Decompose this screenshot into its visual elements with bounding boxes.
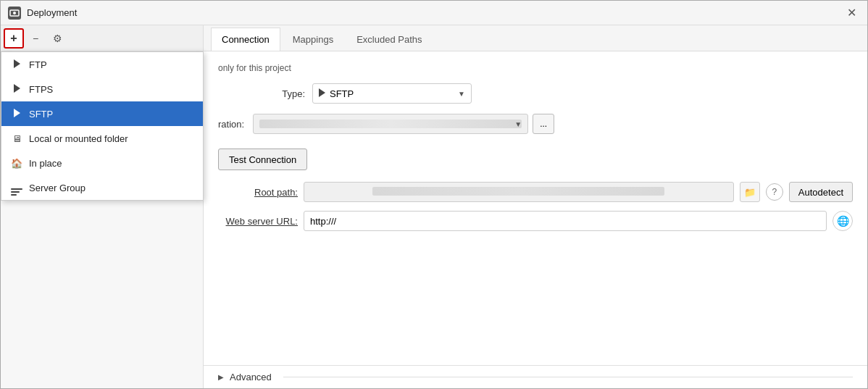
advanced-section[interactable]: ▶ Advanced <box>204 365 867 388</box>
dropdown-item-ftp[interactable]: FTP <box>1 52 203 77</box>
settings-button[interactable]: ⚙ <box>47 28 67 49</box>
dropdown-item-ftps[interactable]: FTPS <box>1 77 203 101</box>
advanced-chevron-icon: ▶ <box>218 373 224 381</box>
test-connection-row: Test Connection <box>218 144 853 182</box>
server-group-icon <box>10 180 23 196</box>
sidebar-toolbar: + − ⚙ <box>1 25 203 51</box>
inplace-icon: 🏠 <box>10 158 23 169</box>
config-dropdown[interactable]: ▼ <box>253 114 528 134</box>
tabs-bar: Connection Mappings Excluded Paths <box>204 25 867 51</box>
help-button[interactable]: ? <box>766 183 783 201</box>
type-value: SFTP <box>330 88 454 99</box>
deployment-icon <box>8 7 21 20</box>
config-dropdown-arrow: ▼ <box>514 120 522 128</box>
tab-connection[interactable]: Connection <box>211 28 280 51</box>
right-panel: Connection Mappings Excluded Paths only … <box>204 25 867 388</box>
tab-excluded-paths[interactable]: Excluded Paths <box>346 28 433 51</box>
autodetect-button[interactable]: Autodetect <box>789 182 853 202</box>
ftp-arrow-icon <box>10 59 23 70</box>
info-row: only for this project <box>218 63 853 73</box>
sftp-label: SFTP <box>29 109 53 120</box>
title-bar-left: Deployment <box>8 7 77 20</box>
ftp-label: FTP <box>29 59 47 70</box>
main-content: + − ⚙ FTP <box>1 25 867 388</box>
ftps-arrow-icon <box>10 83 23 95</box>
inplace-label: In place <box>29 158 62 169</box>
config-dropdown-blurred <box>259 120 522 128</box>
web-server-url-row: Web server URL: http:/// 🌐 <box>218 211 853 231</box>
local-label: Local or mounted folder <box>29 133 128 144</box>
browse-folder-button[interactable]: 📁 <box>740 182 760 202</box>
dropdown-item-servergroup[interactable]: Server Group <box>1 175 203 200</box>
window-title: Deployment <box>27 7 77 18</box>
advanced-label: Advanced <box>230 372 272 382</box>
root-path-label: Root path: <box>218 187 298 198</box>
connection-panel: only for this project Type: SFTP ▼ ra <box>204 51 867 365</box>
deployment-window: Deployment ✕ + − ⚙ <box>0 0 868 389</box>
folder-icon: 📁 <box>744 187 756 198</box>
local-folder-icon: 🖥 <box>10 133 23 144</box>
type-dropdown-arrow: ▼ <box>458 90 465 98</box>
globe-icon: 🌐 <box>832 211 853 231</box>
remove-button[interactable]: − <box>25 28 46 49</box>
root-path-blurred <box>372 187 664 196</box>
type-dropdown-menu: FTP FTPS SFTP 🖥 <box>1 51 204 201</box>
svg-point-1 <box>13 12 16 14</box>
server-group-label: Server Group <box>29 183 85 193</box>
title-bar: Deployment ✕ <box>1 1 867 25</box>
sftp-arrow-icon <box>10 108 23 120</box>
sftp-type-icon <box>319 88 325 99</box>
type-label: Type: <box>218 88 305 99</box>
dropdown-item-sftp[interactable]: SFTP <box>1 101 203 126</box>
sidebar: + − ⚙ FTP <box>1 25 204 388</box>
type-selector-row: Type: SFTP ▼ <box>218 83 853 104</box>
test-connection-button[interactable]: Test Connection <box>218 149 307 170</box>
tab-mappings[interactable]: Mappings <box>282 28 344 51</box>
configuration-row: ration: ▼ ... <box>218 114 853 134</box>
dropdown-item-local[interactable]: 🖥 Local or mounted folder <box>1 126 203 151</box>
config-label: ration: <box>218 119 244 130</box>
add-button[interactable]: + <box>4 28 24 49</box>
dropdown-item-inplace[interactable]: 🏠 In place <box>1 151 203 175</box>
web-server-url-label: Web server URL: <box>218 216 298 227</box>
type-dropdown[interactable]: SFTP ▼ <box>312 83 472 104</box>
ftps-label: FTPS <box>29 84 53 95</box>
web-server-url-input[interactable]: http:/// <box>304 211 827 231</box>
root-path-input[interactable] <box>304 182 734 202</box>
root-path-row: Root path: 📁 ? Autodetect <box>218 182 853 202</box>
close-button[interactable]: ✕ <box>843 4 860 22</box>
config-more-button[interactable]: ... <box>533 114 554 134</box>
